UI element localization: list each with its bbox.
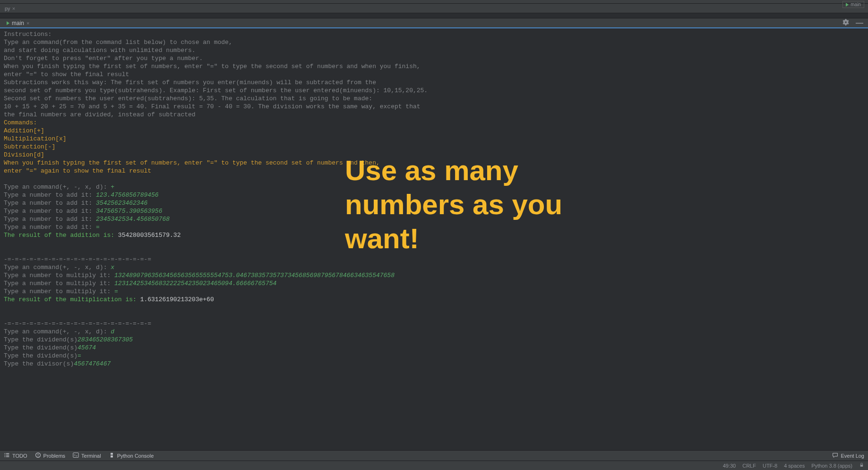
problems-label: Problems xyxy=(43,453,65,459)
console-text: Second set of numbers the user entered(s… xyxy=(4,95,864,103)
console-text: Addition[+] xyxy=(4,127,864,135)
console-output[interactable]: Instructions: Type an command(from the c… xyxy=(0,28,868,450)
play-icon xyxy=(7,21,9,25)
console-text: Don't forget to press "enter" after you … xyxy=(4,54,864,62)
console-text: Subtractions works this way: The first s… xyxy=(4,78,864,87)
close-icon[interactable]: × xyxy=(12,6,15,11)
console-text: Type an command(from the command list be… xyxy=(4,38,864,46)
console-text: Type the divisor(s)4567476467 xyxy=(4,360,864,368)
console-text: second set of numbers you type(subtrahen… xyxy=(4,87,864,95)
console-text: Type the dividend(s)= xyxy=(4,352,864,360)
editor-tabs-row: py × xyxy=(0,4,868,13)
console-blank xyxy=(4,239,864,247)
run-tab-label: main xyxy=(12,20,24,26)
terminal-button[interactable]: Terminal xyxy=(73,452,101,459)
line-separator[interactable]: CRLF xyxy=(742,463,756,469)
python-icon xyxy=(109,452,115,459)
console-text: Type a number to add it: = xyxy=(4,223,864,231)
play-icon xyxy=(846,3,849,7)
top-right-run-widgets: main xyxy=(842,1,864,8)
console-text: Type a number to add it: 123.47568567894… xyxy=(4,191,864,199)
problems-button[interactable]: Problems xyxy=(35,452,65,459)
python-console-label: Python Console xyxy=(117,453,154,459)
console-text: Instructions: xyxy=(4,30,864,38)
file-encoding[interactable]: UTF-8 xyxy=(763,463,777,469)
console-text: Type a number to add it: 2345342534.4568… xyxy=(4,215,864,223)
list-icon xyxy=(4,452,10,459)
console-text: and start doing calculations with unlimi… xyxy=(4,46,864,54)
console-text: Type a number to multiply it: 1231242534… xyxy=(4,279,864,287)
terminal-icon xyxy=(73,452,79,459)
editor-gap xyxy=(0,13,868,18)
console-blank xyxy=(4,312,864,320)
console-text: Type a number to add it: 34756575.390563… xyxy=(4,207,864,215)
console-text: Type a number to multiply it: 1324890796… xyxy=(4,271,864,279)
editor-tab[interactable]: py × xyxy=(2,5,18,12)
console-text: Multiplication[x] xyxy=(4,135,864,143)
console-text: Type the dividend(s)45674 xyxy=(4,344,864,352)
console-text: -=-=-=-=-=-=-=-=-=-=-=-=-=-=-=-=-=-=-=-= xyxy=(4,255,864,263)
warning-icon xyxy=(35,452,41,459)
close-icon[interactable]: × xyxy=(26,20,29,26)
console-text: Type a number to multiply it: = xyxy=(4,287,864,296)
console-text: -=-=-=-=-=-=-=-=-=-=-=-=-=-=-=-=-=-=-=-= xyxy=(4,320,864,328)
console-text: enter "=" to show the final result xyxy=(4,70,864,78)
console-text: Type an command(+, -, x, d): + xyxy=(4,183,864,191)
interpreter[interactable]: Python 3.8 (apps) xyxy=(811,463,852,469)
event-log-label: Event Log xyxy=(841,453,864,459)
gear-icon[interactable] xyxy=(842,19,849,27)
indent-setting[interactable]: 4 spaces xyxy=(784,463,805,469)
lock-icon[interactable] xyxy=(859,462,864,469)
console-text: The result of the addition is: 354280035… xyxy=(4,231,864,239)
console-text: enter "=" again to show the final result xyxy=(4,167,864,175)
svg-rect-2 xyxy=(38,456,38,457)
cursor-position[interactable]: 49:30 xyxy=(723,463,736,469)
todo-label: TODO xyxy=(12,453,27,459)
speech-icon xyxy=(832,452,838,459)
run-tab-main[interactable]: main × xyxy=(3,19,33,27)
console-text: Type an command(+, -, x, d): x xyxy=(4,263,864,271)
console-text: The result of the multiplication is: 1.6… xyxy=(4,296,864,304)
console-text: 10 + 15 + 20 + 25 = 70 and 5 + 35 = 40. … xyxy=(4,103,864,111)
console-text: Commands: xyxy=(4,119,864,127)
console-text: Subtraction[-] xyxy=(4,143,864,151)
terminal-label: Terminal xyxy=(81,453,101,459)
console-text: Type the dividend(s)283465208367305 xyxy=(4,336,864,344)
minimize-icon[interactable]: — xyxy=(854,19,865,27)
event-log-button[interactable]: Event Log xyxy=(832,452,864,459)
console-blank xyxy=(4,247,864,255)
console-text: the final numbers are divided, instead o… xyxy=(4,111,864,119)
svg-rect-4 xyxy=(860,465,863,467)
run-config-selector[interactable]: main xyxy=(842,1,864,8)
todo-button[interactable]: TODO xyxy=(4,452,27,459)
editor-tab-label: py xyxy=(5,6,10,11)
console-text: When you finish typing the first set of … xyxy=(4,62,864,70)
run-config-label: main xyxy=(851,2,861,7)
run-tool-tab-row: main × — xyxy=(0,18,868,28)
bottom-tool-buttons: TODO Problems Terminal Python Console Ev… xyxy=(0,450,868,461)
console-text: Type an command(+, -, x, d): d xyxy=(4,328,864,336)
console-text: When you finish typing the first set of … xyxy=(4,159,864,167)
menu-bar-strip xyxy=(0,0,868,4)
console-blank xyxy=(4,175,864,183)
python-console-button[interactable]: Python Console xyxy=(109,452,154,459)
svg-rect-3 xyxy=(73,453,78,458)
svg-rect-1 xyxy=(38,453,38,455)
console-blank xyxy=(4,304,864,312)
console-text: Type a number to add it: 35425623462346 xyxy=(4,199,864,207)
status-bar: 49:30 CRLF UTF-8 4 spaces Python 3.8 (ap… xyxy=(0,461,868,470)
console-text: Division[d] xyxy=(4,151,864,159)
